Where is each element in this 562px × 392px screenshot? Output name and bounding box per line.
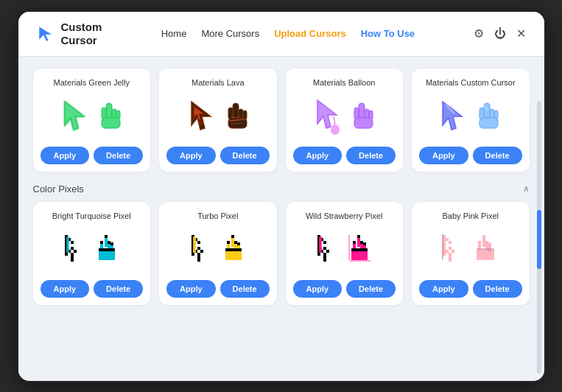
delete-button[interactable]: Delete	[473, 280, 522, 298]
card-title: Materials Green Jelly	[54, 77, 130, 88]
apply-button[interactable]: Apply	[166, 147, 216, 164]
svg-rect-75	[197, 241, 200, 244]
svg-rect-153	[482, 241, 485, 244]
strawberry-hand-icon	[347, 232, 375, 269]
card-turquoise-pixel: Bright Turquoise Pixel	[33, 202, 151, 305]
svg-rect-24	[354, 118, 373, 128]
svg-rect-115	[319, 237, 322, 253]
svg-rect-58	[108, 244, 110, 247]
svg-rect-49	[66, 237, 69, 253]
svg-rect-123	[360, 241, 363, 244]
card-images	[438, 227, 503, 274]
svg-rect-118	[357, 241, 360, 244]
card-title: Wild Strawberry Pixel	[306, 211, 383, 221]
delete-button[interactable]: Delete	[220, 147, 270, 164]
card-title: Turbo Pixel	[197, 211, 238, 221]
svg-rect-99	[225, 257, 242, 260]
apply-button[interactable]: Apply	[41, 147, 90, 164]
svg-rect-132	[351, 257, 368, 260]
section-chevron[interactable]: ∧	[523, 183, 530, 194]
svg-rect-80	[197, 256, 200, 259]
delete-button[interactable]: Delete	[94, 280, 143, 298]
apply-button[interactable]: Apply	[419, 147, 468, 164]
svg-rect-152	[482, 238, 485, 241]
svg-rect-112	[323, 253, 326, 256]
svg-rect-20	[359, 103, 365, 118]
svg-rect-65	[99, 254, 115, 257]
svg-rect-111	[326, 250, 329, 253]
apply-button[interactable]: Apply	[166, 280, 216, 298]
svg-rect-51	[105, 238, 108, 241]
logo[interactable]: Custom Cursor	[36, 21, 102, 47]
svg-rect-114	[323, 259, 326, 262]
pink-arrow-icon	[438, 232, 468, 269]
svg-rect-166	[477, 254, 494, 257]
power-icon[interactable]: ⏻	[494, 27, 506, 41]
main-nav: Home More Cursors Upload Cursors How To …	[161, 28, 415, 39]
svg-rect-167	[477, 257, 494, 260]
card-buttons: Apply Delete	[293, 147, 396, 164]
settings-icon[interactable]: ⚙	[474, 27, 484, 41]
card-images	[438, 94, 503, 141]
svg-rect-106	[317, 253, 320, 256]
svg-rect-44	[71, 247, 74, 250]
svg-marker-17	[317, 100, 337, 128]
svg-rect-73	[192, 253, 194, 256]
apply-button[interactable]: Apply	[293, 147, 343, 164]
svg-line-19	[334, 116, 335, 125]
delete-button[interactable]: Delete	[346, 147, 396, 164]
svg-rect-63	[99, 248, 115, 251]
delete-button[interactable]: Delete	[220, 280, 270, 298]
close-icon[interactable]: ✕	[516, 27, 526, 41]
turbo-arrow-icon	[187, 232, 217, 269]
svg-rect-161	[488, 242, 491, 245]
logo-icon	[36, 24, 57, 44]
svg-rect-151	[482, 235, 485, 238]
svg-rect-91	[234, 244, 237, 247]
scrollbar[interactable]	[537, 101, 541, 374]
nav-more-cursors[interactable]: More Cursors	[201, 28, 259, 39]
svg-rect-97	[225, 251, 242, 254]
turquoise-arrow-icon	[60, 232, 90, 269]
card-buttons: Apply Delete	[41, 147, 144, 164]
svg-rect-108	[323, 241, 326, 244]
pink-hand-icon	[472, 232, 503, 269]
lava-arrow-icon	[187, 99, 218, 136]
delete-button[interactable]: Delete	[473, 147, 522, 164]
apply-button[interactable]: Apply	[419, 280, 468, 298]
scrollbar-thumb[interactable]	[537, 210, 541, 269]
card-buttons: Apply Delete	[419, 147, 522, 164]
svg-rect-88	[227, 244, 230, 247]
delete-button[interactable]: Delete	[346, 280, 396, 298]
svg-rect-162	[488, 245, 491, 248]
nav-upload-cursors[interactable]: Upload Cursors	[274, 28, 346, 39]
card-images	[313, 227, 375, 274]
card-buttons: Apply Delete	[166, 147, 270, 164]
svg-rect-147	[449, 253, 452, 256]
svg-rect-78	[200, 250, 203, 253]
svg-rect-134	[350, 260, 370, 262]
svg-rect-145	[449, 247, 452, 250]
nav-home[interactable]: Home	[161, 28, 187, 39]
svg-rect-120	[353, 241, 356, 244]
apply-button[interactable]: Apply	[293, 280, 343, 298]
card-baby-pink-pixel: Baby Pink Pixel	[412, 202, 530, 305]
svg-rect-127	[363, 245, 366, 248]
svg-rect-110	[323, 247, 326, 250]
svg-rect-142	[446, 238, 449, 241]
svg-rect-155	[478, 241, 481, 244]
green-jelly-arrow-icon	[60, 99, 91, 136]
custom-hand-icon	[474, 99, 503, 136]
svg-marker-25	[443, 102, 462, 130]
card-images	[60, 227, 122, 274]
apply-button[interactable]: Apply	[41, 280, 90, 298]
custom-arrow-icon	[438, 99, 469, 136]
card-title: Materials Custom Cursor	[426, 77, 516, 88]
nav-how-to-use[interactable]: How To Use	[361, 28, 415, 39]
card-strawberry-pixel: Wild Strawberry Pixel	[286, 202, 404, 305]
header: Custom Cursor Home More Cursors Upload C…	[18, 12, 544, 57]
svg-rect-6	[102, 118, 120, 128]
svg-rect-133	[348, 235, 350, 260]
delete-button[interactable]: Delete	[94, 147, 143, 164]
card-buttons: Apply Delete	[293, 280, 396, 298]
